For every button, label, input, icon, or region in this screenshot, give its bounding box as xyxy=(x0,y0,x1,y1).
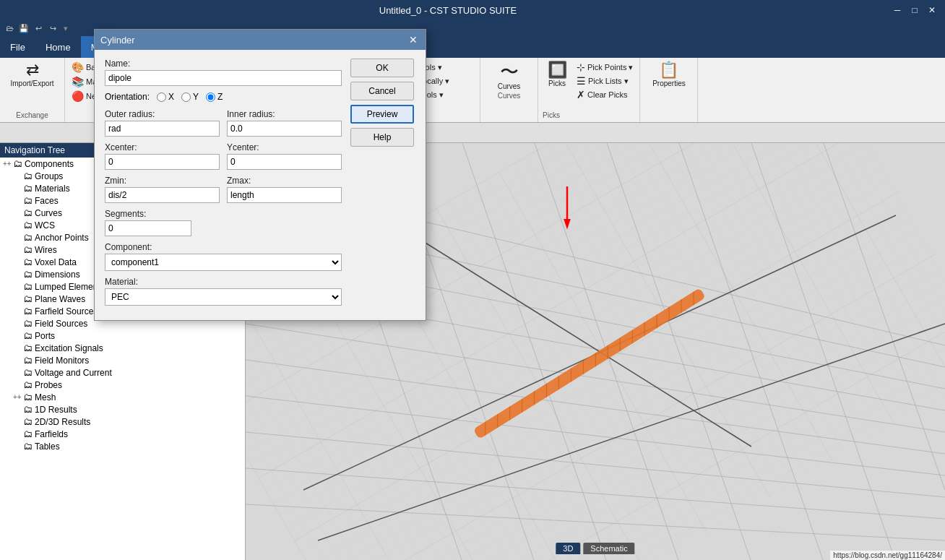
tree-item-2d3dresults[interactable]: 🗂 2D/3D Results xyxy=(0,415,245,428)
tree-item-probes[interactable]: 🗂 Probes xyxy=(0,379,245,391)
tree-label-curves: Curves xyxy=(35,208,62,218)
material-select[interactable]: PEC xyxy=(105,288,342,306)
tree-label-2d3dresults: 2D/3D Results xyxy=(35,417,90,427)
name-input[interactable] xyxy=(105,70,342,86)
ycenter-input[interactable] xyxy=(227,154,342,170)
zmax-input[interactable] xyxy=(227,187,342,203)
tree-item-excitation[interactable]: 🗂 Excitation Signals xyxy=(0,342,245,354)
component-select[interactable]: component1 xyxy=(105,254,342,271)
tree-label-probes: Probes xyxy=(35,380,62,390)
planewaves-icon: 🗂 xyxy=(23,293,33,304)
orientation-z-radio[interactable] xyxy=(206,92,215,102)
zmin-input[interactable] xyxy=(105,187,220,203)
tree-label-groups: Groups xyxy=(35,171,63,181)
qa-open-button[interactable]: 🗁 xyxy=(3,22,16,35)
material-library-icon: 📚 xyxy=(72,76,84,87)
tree-label-materials: Materials xyxy=(35,184,70,194)
tree-label-tables: Tables xyxy=(35,441,60,452)
anchor-icon: 🗂 xyxy=(23,232,33,243)
tree-item-field-monitors[interactable]: 🗂 Field Monitors xyxy=(0,354,245,366)
orientation-label: Orientation: xyxy=(105,92,150,102)
tree-item-1dresults[interactable]: 🗂 1D Results xyxy=(0,403,245,415)
minimize-button[interactable]: ─ xyxy=(890,4,905,16)
curves-icon: 〜 xyxy=(500,62,519,81)
mesh-icon: 🗂 xyxy=(23,392,33,402)
help-button[interactable]: Help xyxy=(350,128,414,147)
dialog-close-button[interactable]: ✕ xyxy=(407,33,420,46)
tree-label-field-monitors: Field Monitors xyxy=(35,356,89,366)
tree-label-excitation: Excitation Signals xyxy=(35,343,103,353)
1dresults-icon: 🗂 xyxy=(23,404,33,415)
menu-file[interactable]: File xyxy=(0,36,35,58)
farfields-icon: 🗂 xyxy=(23,428,33,439)
dialog-titlebar: Cylinder ✕ xyxy=(95,30,426,50)
tree-item-ports[interactable]: 🗂 Ports xyxy=(0,329,245,342)
zmax-label: Zmax: xyxy=(227,176,342,186)
tree-label-dimensions: Dimensions xyxy=(35,270,80,280)
maximize-button[interactable]: □ xyxy=(907,4,922,16)
tree-label-planewaves: Plane Waves xyxy=(35,294,85,304)
qa-undo-button[interactable]: ↩ xyxy=(32,22,45,35)
materials-icon: 🗂 xyxy=(23,183,33,194)
tree-label-ports: Ports xyxy=(35,331,55,341)
tree-label-farfields: Farfields xyxy=(35,429,68,439)
ribbon-group-properties: 📋 Properties xyxy=(640,58,698,122)
segments-input[interactable] xyxy=(105,220,191,236)
zmin-label: Zmin: xyxy=(105,176,220,186)
orientation-z-group: Z xyxy=(206,92,223,102)
orientation-x-group: X xyxy=(157,92,174,102)
import-export-icon: ⇄ xyxy=(26,62,39,78)
tree-item-voltage[interactable]: 🗂 Voltage and Current xyxy=(0,366,245,379)
viewport-tabs: 3D Schematic xyxy=(556,543,634,554)
pick-lists-button[interactable]: ☰ Pick Lists ▾ xyxy=(574,74,635,87)
outer-radius-label: Outer radius: xyxy=(105,109,220,119)
ribbon-group-curves: 〜 Curves Curves xyxy=(480,58,538,122)
orientation-x-radio[interactable] xyxy=(157,92,166,102)
picks-button[interactable]: 🔲 Picks xyxy=(543,61,571,89)
tree-item-tables[interactable]: 🗂 Tables xyxy=(0,440,245,452)
component-label: Component: xyxy=(105,242,342,252)
zmin-group: Zmin: xyxy=(105,176,220,203)
ycenter-group: Ycenter: xyxy=(227,142,342,170)
ok-button[interactable]: OK xyxy=(350,59,414,77)
tree-label-components: Components xyxy=(25,159,74,169)
probes-icon: 🗂 xyxy=(23,379,33,390)
picks-icon: 🔲 xyxy=(548,62,567,78)
clear-picks-button[interactable]: ✗ Clear Picks xyxy=(574,88,635,101)
tab-3d[interactable]: 3D xyxy=(556,543,580,554)
segments-group: Segments: xyxy=(105,209,342,236)
inner-radius-input[interactable] xyxy=(227,121,342,137)
cylinder-dialog[interactable]: Cylinder ✕ Name: Orientation: X xyxy=(94,29,426,321)
qa-save-button[interactable]: 💾 xyxy=(17,22,30,35)
tab-schematic[interactable]: Schematic xyxy=(583,543,634,554)
import-export-button[interactable]: ⇄ Import/Export xyxy=(7,61,56,89)
xcenter-input[interactable] xyxy=(105,154,220,170)
components-icon: 🗂 xyxy=(13,158,22,169)
tree-label-faces: Faces xyxy=(35,196,59,206)
curves-button[interactable]: 〜 Curves xyxy=(495,61,524,92)
menu-home[interactable]: Home xyxy=(35,36,81,58)
preview-button[interactable]: Preview xyxy=(350,105,414,124)
pick-points-button[interactable]: ⊹ Pick Points ▾ xyxy=(574,61,635,74)
segments-label: Segments: xyxy=(105,209,342,219)
field-monitors-icon: 🗂 xyxy=(23,355,33,366)
inner-radius-group: Inner radius: xyxy=(227,109,342,137)
properties-button[interactable]: 📋 Properties xyxy=(650,61,689,89)
orientation-y-radio[interactable] xyxy=(181,92,191,102)
cancel-button[interactable]: Cancel xyxy=(350,82,414,100)
tree-label-mesh: Mesh xyxy=(35,392,56,402)
curves-tree-icon: 🗂 xyxy=(23,207,33,218)
title-text: Untitled_0 - CST STUDIO SUITE xyxy=(6,5,890,16)
tables-icon: 🗂 xyxy=(23,441,33,452)
tree-item-farfields[interactable]: 🗂 Farfields xyxy=(0,428,245,440)
tree-item-mesh[interactable]: + 🗂 Mesh xyxy=(0,391,245,403)
dialog-title: Cylinder xyxy=(100,35,135,46)
tree-label-field-sources: Field Sources xyxy=(35,319,87,329)
outer-radius-input[interactable] xyxy=(105,121,220,137)
close-button[interactable]: ✕ xyxy=(925,4,939,16)
ribbon-group-picks: 🔲 Picks ⊹ Pick Points ▾ ☰ Pick Lists ▾ ✗… xyxy=(538,58,640,122)
properties-icon: 📋 xyxy=(659,62,678,78)
exchange-group-label: Exchange xyxy=(16,110,48,119)
qa-redo-button[interactable]: ↪ xyxy=(46,22,59,35)
import-export-label: Import/Export xyxy=(10,79,53,87)
